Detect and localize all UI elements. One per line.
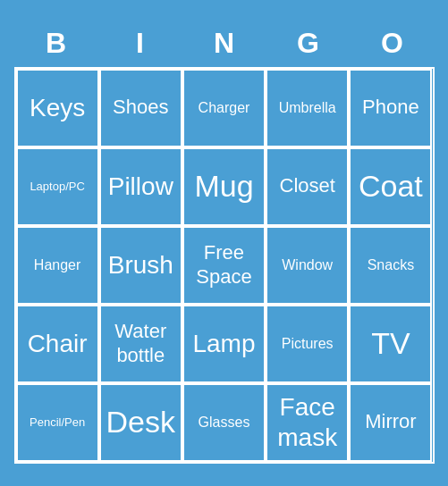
bingo-cell-20[interactable]: Pencil/Pen bbox=[16, 383, 99, 462]
bingo-header: BINGO bbox=[14, 23, 435, 63]
bingo-cell-3[interactable]: Umbrella bbox=[266, 69, 349, 147]
bingo-cell-18[interactable]: Pictures bbox=[266, 305, 349, 383]
bingo-cell-12[interactable]: Free Space bbox=[182, 226, 266, 305]
bingo-cell-16[interactable]: Water bottle bbox=[99, 305, 182, 383]
bingo-cell-23[interactable]: Face mask bbox=[266, 383, 349, 462]
bingo-grid: KeysShoesChargerUmbrellaPhoneLaptop/PCPi… bbox=[14, 67, 435, 464]
bingo-cell-14[interactable]: Snacks bbox=[349, 226, 432, 305]
header-letter-I: I bbox=[98, 23, 182, 63]
bingo-cell-19[interactable]: TV bbox=[349, 305, 432, 383]
bingo-cell-22[interactable]: Glasses bbox=[182, 383, 266, 462]
bingo-cell-21[interactable]: Desk bbox=[99, 383, 182, 462]
bingo-cell-7[interactable]: Mug bbox=[182, 147, 266, 226]
header-letter-B: B bbox=[14, 23, 98, 63]
bingo-cell-10[interactable]: Hanger bbox=[16, 226, 99, 305]
header-letter-G: G bbox=[266, 23, 351, 63]
header-letter-O: O bbox=[351, 23, 435, 63]
bingo-cell-2[interactable]: Charger bbox=[182, 69, 266, 147]
bingo-cell-6[interactable]: Pillow bbox=[99, 147, 182, 226]
bingo-card: BINGO KeysShoesChargerUmbrellaPhoneLapto… bbox=[5, 14, 444, 473]
bingo-cell-11[interactable]: Brush bbox=[99, 226, 182, 305]
bingo-cell-17[interactable]: Lamp bbox=[182, 305, 266, 383]
bingo-cell-4[interactable]: Phone bbox=[349, 69, 432, 147]
bingo-cell-15[interactable]: Chair bbox=[16, 305, 99, 383]
bingo-cell-1[interactable]: Shoes bbox=[99, 69, 182, 147]
bingo-cell-13[interactable]: Window bbox=[266, 226, 349, 305]
bingo-cell-24[interactable]: Mirror bbox=[349, 383, 432, 462]
bingo-cell-0[interactable]: Keys bbox=[16, 69, 99, 147]
bingo-cell-9[interactable]: Coat bbox=[349, 147, 432, 226]
header-letter-N: N bbox=[182, 23, 266, 63]
bingo-cell-5[interactable]: Laptop/PC bbox=[16, 147, 99, 226]
bingo-cell-8[interactable]: Closet bbox=[266, 147, 349, 226]
